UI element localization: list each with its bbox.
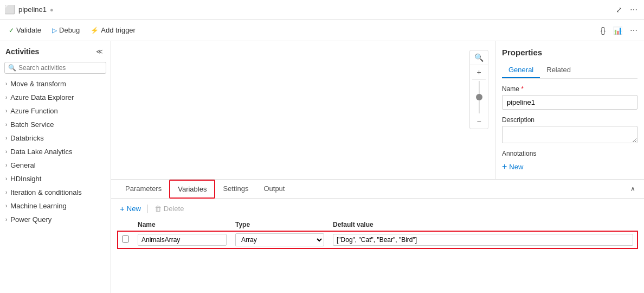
code-button[interactable]: {} <box>598 24 608 37</box>
chevron-right-icon: › <box>5 189 7 195</box>
search-icon: 🔍 <box>8 64 16 72</box>
delete-label: Delete <box>164 205 184 213</box>
tab-variables[interactable]: Variables <box>169 180 215 199</box>
sidebar-item-azure-data-explorer[interactable]: ›Azure Data Explorer <box>0 91 111 104</box>
sidebar-title: Activities <box>5 47 39 56</box>
canvas-controls: 🔍 + − <box>469 50 488 129</box>
col-check <box>118 219 133 231</box>
sidebar-item-label: Power Query <box>10 215 51 224</box>
sidebar-item-label: Azure Function <box>10 107 57 115</box>
col-default: Default value <box>329 219 637 231</box>
sidebar-item-azure-function[interactable]: ›Azure Function <box>0 104 111 118</box>
sidebar-collapse-button[interactable]: ≪ <box>94 46 105 58</box>
pipeline-title: pipeline1 <box>18 5 47 14</box>
add-trigger-button[interactable]: ⚡ Add trigger <box>86 24 140 36</box>
sidebar-item-label: Machine Learning <box>10 202 66 210</box>
sidebar-item-power-query[interactable]: ›Power Query <box>0 213 111 226</box>
action-divider <box>147 205 148 213</box>
sidebar-item-general[interactable]: ›General <box>0 158 111 172</box>
new-variable-plus-icon: + <box>120 204 125 213</box>
new-variable-label: New <box>127 205 141 213</box>
props-tab-related[interactable]: Related <box>540 62 577 78</box>
annotations-label: Annotations <box>502 150 637 157</box>
sidebar-item-move-transform[interactable]: ›Move & transform <box>0 77 111 91</box>
sidebar: Activities ≪ 🔍 ›Move & transform›Azure D… <box>0 41 111 293</box>
panel-collapse-button[interactable]: ∧ <box>628 183 637 195</box>
sidebar-item-label: Data Lake Analytics <box>10 148 72 156</box>
props-tab-general[interactable]: General <box>502 62 540 78</box>
chevron-right-icon: › <box>5 135 7 141</box>
sidebar-item-hdinsight[interactable]: ›HDInsight <box>0 172 111 186</box>
sidebar-items: ›Move & transform›Azure Data Explorer›Az… <box>0 77 111 226</box>
name-required: * <box>521 85 524 93</box>
tab-settings[interactable]: Settings <box>215 180 256 199</box>
new-variable-button[interactable]: + New <box>118 203 143 214</box>
chevron-right-icon: › <box>5 149 7 155</box>
validate-icon: ✓ <box>9 27 14 34</box>
sidebar-item-machine-learning[interactable]: ›Machine Learning <box>0 199 111 213</box>
sidebar-search-container: 🔍 <box>4 62 106 74</box>
chevron-right-icon: › <box>5 108 7 114</box>
canvas-main[interactable]: 🔍 + − <box>111 41 495 179</box>
sidebar-item-batch-service[interactable]: ›Batch Service <box>0 118 111 131</box>
search-input[interactable] <box>18 64 102 72</box>
description-textarea[interactable] <box>502 126 637 143</box>
props-name-label: Name * <box>502 85 637 93</box>
monitor-button[interactable]: 📊 <box>611 24 624 37</box>
toolbar-right: {} 📊 ⋯ <box>598 24 640 37</box>
new-annotation-label: New <box>509 163 523 171</box>
top-bar-right: ⤢ ⋯ <box>614 3 640 16</box>
bottom-panel: Parameters Variables Settings Output ∧ +… <box>111 179 644 293</box>
sidebar-item-data-lake-analytics[interactable]: ›Data Lake Analytics <box>0 145 111 158</box>
toolbar-more-button[interactable]: ⋯ <box>628 24 640 37</box>
default-value-input[interactable] <box>333 234 633 246</box>
type-select-wrap: Array Boolean Integer String <box>235 233 324 246</box>
row-checkbox[interactable] <box>122 235 129 243</box>
col-type: Type <box>231 219 329 231</box>
tab-parameters[interactable]: Parameters <box>118 180 169 199</box>
variables-table: Name Type Default value <box>118 219 637 249</box>
panel-tabs: Parameters Variables Settings Output ∧ <box>111 180 644 199</box>
sidebar-item-label: Batch Service <box>10 120 54 129</box>
more-options-button[interactable]: ⋯ <box>628 3 640 16</box>
tab-output[interactable]: Output <box>256 180 292 199</box>
sidebar-item-label: General <box>10 161 35 169</box>
row-default-cell <box>329 231 637 249</box>
trigger-icon: ⚡ <box>91 27 99 34</box>
chevron-right-icon: › <box>5 203 7 209</box>
canvas-zoom-in-button[interactable]: + <box>472 65 485 80</box>
chevron-right-icon: › <box>5 162 7 168</box>
sidebar-item-label: Move & transform <box>10 80 66 88</box>
canvas-properties-area: 🔍 + − Properties General Related Name <box>111 41 644 293</box>
modified-dot: ● <box>50 7 54 13</box>
variables-content: + New 🗑 Delete Name Type <box>111 199 644 293</box>
sidebar-item-label: HDInsight <box>10 175 41 183</box>
debug-button[interactable]: ▷ Debug <box>48 24 84 36</box>
sidebar-item-databricks[interactable]: ›Databricks <box>0 131 111 145</box>
variables-actions: + New 🗑 Delete <box>118 203 637 214</box>
row-type-cell: Array Boolean Integer String <box>231 231 329 249</box>
zoom-slider-thumb[interactable] <box>476 94 482 100</box>
row-checkbox-cell <box>118 231 133 249</box>
sidebar-header-icons: ≪ <box>94 46 105 58</box>
sidebar-item-iteration-conditionals[interactable]: ›Iteration & conditionals <box>0 186 111 199</box>
plus-icon: + <box>502 162 507 171</box>
name-input[interactable] <box>502 95 637 110</box>
type-select[interactable]: Array Boolean Integer String <box>236 234 324 246</box>
variable-name-input[interactable] <box>138 234 227 246</box>
sidebar-item-label: Databricks <box>10 134 43 142</box>
properties-panel: Properties General Related Name * Descri… <box>495 41 644 179</box>
canvas-and-props: 🔍 + − Properties General Related Name <box>111 41 644 179</box>
panel-tabs-left: Parameters Variables Settings Output <box>118 180 292 198</box>
debug-icon: ▷ <box>52 27 57 34</box>
validate-button[interactable]: ✓ Validate <box>4 24 46 36</box>
canvas-search-button[interactable]: 🔍 <box>470 50 488 65</box>
canvas-zoom-out-button[interactable]: − <box>472 114 485 129</box>
delete-variable-button[interactable]: 🗑 Delete <box>152 203 186 214</box>
expand-button[interactable]: ⤢ <box>614 3 624 16</box>
row-name-cell <box>133 231 231 249</box>
new-annotation-button[interactable]: + New <box>502 161 637 173</box>
properties-title: Properties <box>502 48 637 57</box>
col-name: Name <box>133 219 231 231</box>
chevron-right-icon: › <box>5 122 7 128</box>
